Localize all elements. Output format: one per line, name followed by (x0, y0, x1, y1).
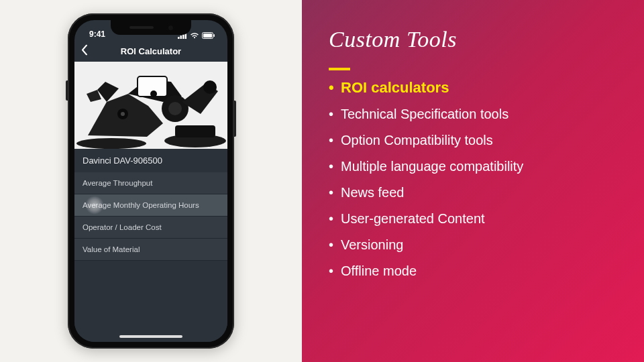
bullet-item: News feed (329, 185, 617, 200)
svg-rect-6 (214, 34, 215, 37)
phone-device: 9:41 ROI Calculator (68, 13, 234, 349)
accent-underline (329, 68, 350, 70)
bullet-list: ROI calculatorsTechnical Specification t… (329, 79, 617, 279)
product-name: Davinci DAV-906500 (74, 149, 227, 172)
svg-rect-0 (178, 37, 180, 39)
svg-point-13 (203, 80, 217, 94)
status-time: 9:41 (89, 29, 105, 39)
svg-point-16 (121, 112, 125, 116)
svg-rect-14 (175, 125, 215, 137)
svg-rect-1 (180, 36, 182, 39)
bullet-item: Multiple language compatibility (329, 159, 617, 174)
product-image (74, 62, 227, 149)
svg-point-12 (168, 102, 182, 115)
bullet-item: Technical Specification tools (329, 107, 617, 122)
app-header: ROI Calculator (74, 40, 227, 62)
input-row[interactable]: Value of Material (74, 239, 227, 261)
bullet-item: User-generated Content (329, 211, 617, 227)
phone-screen: 9:41 ROI Calculator (74, 20, 227, 342)
slide-right-panel: Custom Tools ROI calculatorsTechnical Sp… (302, 0, 644, 362)
screen-title: ROI Calculator (81, 46, 221, 56)
phone-notch (111, 20, 191, 35)
svg-point-8 (76, 138, 146, 149)
svg-point-17 (150, 90, 157, 97)
slide-left-panel: 9:41 ROI Calculator (0, 0, 302, 362)
input-row-label: Average Monthly Operating Hours (83, 201, 199, 209)
back-icon[interactable] (81, 45, 88, 58)
slide-title: Custom Tools (329, 27, 617, 52)
input-row[interactable]: Operator / Loader Cost (74, 217, 227, 239)
bullet-item: Option Compatibility tools (329, 133, 617, 148)
home-indicator[interactable] (119, 335, 182, 338)
bullet-item: Versioning (329, 237, 617, 253)
input-rows: Average ThroughputAverage Monthly Operat… (74, 172, 227, 261)
battery-icon (202, 32, 215, 39)
wifi-icon (190, 32, 199, 39)
bullet-item: ROI calculators (329, 79, 617, 96)
bullet-item: Offline mode (329, 263, 617, 279)
input-row-label: Operator / Loader Cost (83, 223, 162, 231)
input-row[interactable]: Average Monthly Operating Hours (74, 194, 227, 217)
input-row-label: Value of Material (83, 245, 140, 253)
svg-rect-2 (182, 34, 184, 39)
input-row-label: Average Throughput (83, 179, 152, 187)
svg-rect-5 (203, 34, 212, 38)
input-row[interactable]: Average Throughput (74, 172, 227, 194)
